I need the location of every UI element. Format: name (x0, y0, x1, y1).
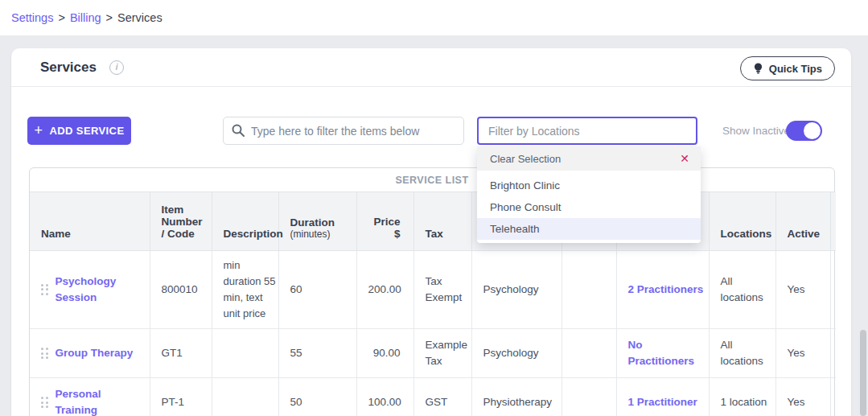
name-cell: Psychology Session (30, 250, 150, 329)
drag-handle-icon[interactable] (41, 348, 48, 359)
description-cell: min duration 55 min, text unit price (212, 250, 278, 329)
row-spacer (830, 378, 836, 416)
drag-handle-icon[interactable] (41, 397, 48, 408)
duration-cell: 50 (278, 378, 356, 416)
code-cell: 800010 (150, 250, 212, 329)
page-title: Services (40, 48, 97, 87)
table-row: Psychology Session 800010 min duration 5… (30, 250, 836, 329)
col-header-duration-sub: (minutes) (290, 229, 353, 240)
tax-cell: Example Tax (413, 329, 471, 378)
telehealth-cell (562, 329, 616, 378)
active-cell: Yes (775, 329, 830, 378)
col-header-spacer (830, 192, 836, 250)
row-spacer (830, 250, 836, 329)
col-header-price-sub: $ (368, 228, 401, 240)
active-cell: Yes (775, 250, 830, 329)
practitioners-link[interactable]: No Practitioners (628, 339, 695, 367)
service-name-link[interactable]: Personal Training (56, 386, 146, 416)
name-cell: Personal Training (30, 378, 150, 416)
price-cell: 200.00 (356, 250, 413, 329)
vertical-scrollbar[interactable] (860, 330, 866, 416)
description-cell (212, 378, 278, 416)
category-cell: Physiotherapy (471, 378, 562, 416)
clear-selection-label: Clear Selection (490, 153, 561, 165)
search-icon (232, 124, 245, 137)
code-cell: PT-1 (150, 378, 212, 416)
col-header-price: Price $ (356, 192, 413, 250)
price-cell: 90.00 (356, 329, 413, 378)
breadcrumb-services: Services (117, 11, 162, 24)
col-header-name: Name (30, 192, 150, 250)
price-cell: 100.00 (356, 378, 413, 416)
breadcrumb-separator: > (106, 11, 113, 24)
table-row: Group Therapy GT1 55 90.00 Example Tax P… (30, 329, 836, 378)
practitioners-link[interactable]: 1 Practitioner (628, 396, 697, 408)
lightbulb-icon (753, 63, 763, 75)
practitioners-cell: 2 Practitioners (616, 250, 709, 329)
show-inactive-toggle[interactable] (786, 121, 822, 141)
breadcrumb-billing[interactable]: Billing (70, 11, 101, 24)
locations-cell: 1 location (709, 378, 775, 416)
info-icon[interactable]: i (109, 60, 124, 75)
telehealth-cell (562, 250, 616, 329)
locations-dropdown: Clear Selection ✕ Brighton Clinic Phone … (477, 146, 701, 243)
category-cell: Psychology (471, 250, 562, 329)
duration-cell: 55 (278, 329, 356, 378)
col-header-tax: Tax (413, 192, 471, 250)
card-header: Services i Quick Tips (11, 48, 851, 87)
top-bar: Settings > Billing > Services (0, 0, 868, 35)
practitioners-cell: 1 Practitioner (616, 378, 709, 416)
name-cell: Group Therapy (30, 329, 150, 378)
drag-handle-icon[interactable] (41, 284, 48, 295)
dropdown-option-brighton-clinic[interactable]: Brighton Clinic (477, 175, 701, 196)
add-service-label: ADD SERVICE (49, 125, 124, 137)
breadcrumb-separator: > (58, 11, 64, 24)
table-row: Personal Training PT-1 50 100.00 GST Phy… (30, 378, 836, 416)
locations-dropdown-list: Brighton Clinic Phone Consult Telehealth (477, 171, 701, 240)
dropdown-option-telehealth[interactable]: Telehealth (477, 218, 701, 240)
filter-by-locations-input[interactable] (477, 117, 697, 145)
breadcrumb-settings[interactable]: Settings (11, 11, 53, 24)
locations-cell: All locations (709, 250, 775, 329)
col-header-code: Item Number / Code (150, 192, 212, 250)
practitioners-link[interactable]: 2 Practitioners (628, 283, 704, 295)
description-cell (212, 329, 278, 378)
quick-tips-label: Quick Tips (769, 63, 822, 75)
quick-tips-button[interactable]: Quick Tips (740, 56, 835, 80)
row-spacer (830, 329, 836, 378)
practitioners-cell: No Practitioners (616, 329, 709, 378)
col-header-locations: Locations (709, 192, 775, 250)
col-header-duration: Duration (minutes) (278, 192, 356, 250)
toggle-knob (804, 122, 821, 139)
search-field-wrap (223, 117, 464, 145)
table-header-row: Name Item Number / Code Description Dura… (30, 192, 836, 250)
services-card: Services i Quick Tips + ADD SERVICE Show… (11, 48, 851, 416)
clear-selection-item[interactable]: Clear Selection ✕ (477, 146, 701, 171)
plus-icon: + (35, 123, 43, 138)
tax-cell: GST (413, 378, 471, 416)
code-cell: GT1 (150, 329, 212, 378)
col-header-active: Active (775, 192, 830, 250)
locations-cell: All locations (709, 329, 775, 378)
service-list-table: SERVICE LIST Name Item Number / Code Des… (29, 167, 835, 416)
search-input[interactable] (223, 117, 464, 145)
breadcrumb: Settings > Billing > Services (11, 0, 162, 35)
telehealth-cell (562, 378, 616, 416)
service-name-link[interactable]: Psychology Session (56, 274, 146, 307)
col-header-description: Description (212, 192, 278, 250)
active-cell: Yes (775, 378, 830, 416)
show-inactive-label: Show Inactive (722, 117, 790, 145)
service-name-link[interactable]: Group Therapy (56, 345, 134, 361)
add-service-button[interactable]: + ADD SERVICE (27, 117, 131, 145)
service-list-title: SERVICE LIST (30, 168, 834, 192)
duration-cell: 60 (278, 250, 356, 329)
tax-cell: Tax Exempt (413, 250, 471, 329)
close-icon[interactable]: ✕ (680, 152, 689, 165)
category-cell: Psychology (471, 329, 562, 378)
dropdown-option-phone-consult[interactable]: Phone Consult (477, 196, 701, 218)
